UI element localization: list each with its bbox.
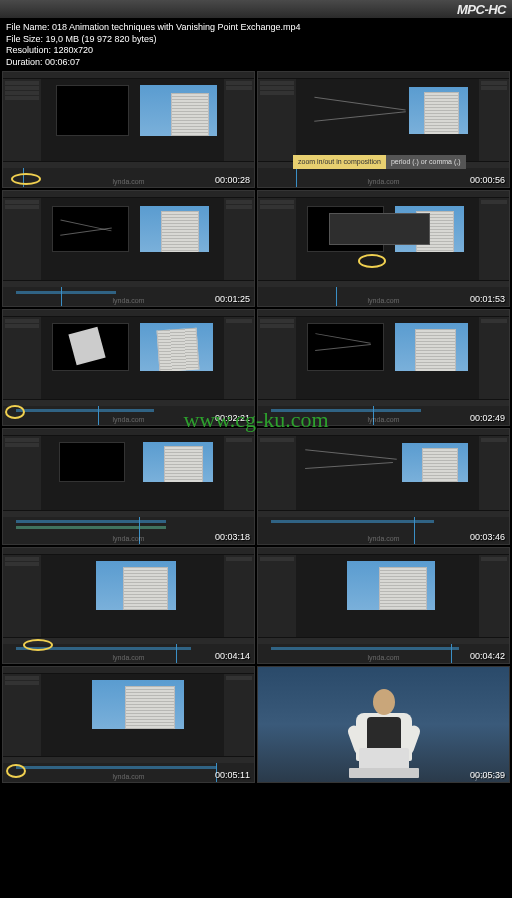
thumbnail-6[interactable]: lynda.com 00:02:49 [257,309,510,426]
timestamp: 00:01:53 [470,294,505,304]
source-tag: lynda.com [113,297,145,304]
timestamp: 00:05:39 [470,770,505,780]
resolution-value: 1280x720 [54,45,94,55]
timestamp: 00:04:42 [470,651,505,661]
thumbnail-10[interactable]: lynda.com 00:04:42 [257,547,510,664]
annotation-circle [6,764,26,778]
timestamp: 00:03:18 [215,532,250,542]
thumbnail-12[interactable]: lynda.com 00:05:39 [257,666,510,783]
thumbnail-11[interactable]: lynda.com 00:05:11 [2,666,255,783]
source-tag: lynda.com [113,416,145,423]
annotation-circle [358,254,386,268]
thumbnail-8[interactable]: lynda.com 00:03:46 [257,428,510,545]
timestamp: 00:00:28 [215,175,250,185]
source-tag: lynda.com [113,535,145,542]
source-tag: lynda.com [368,416,400,423]
annotation-circle [11,173,41,185]
laptop-icon [349,768,419,778]
dialog-panel [329,213,430,246]
player-logo: MPC-HC [457,2,506,17]
filename-label: File Name: [6,22,50,32]
source-tag: lynda.com [368,654,400,661]
thumbnail-7[interactable]: lynda.com 00:03:18 [2,428,255,545]
duration-value: 00:06:07 [45,57,80,67]
tooltip-action: zoom in/out in composition [293,155,386,169]
duration-label: Duration: [6,57,43,67]
source-tag: lynda.com [368,178,400,185]
timestamp: 00:00:56 [470,175,505,185]
source-tag: lynda.com [368,297,400,304]
keyboard-tooltip: zoom in/out in composition period (.) or… [293,155,466,169]
timestamp: 00:03:46 [470,532,505,542]
source-tag: lynda.com [368,535,400,542]
filesize-value: 19,0 MB (19 972 820 bytes) [46,34,157,44]
source-tag: lynda.com [113,773,145,780]
thumbnail-grid: lynda.com 00:00:28 zoom in/out in [0,71,512,783]
timestamp: 00:01:25 [215,294,250,304]
timestamp: 00:02:21 [215,413,250,423]
thumbnail-5[interactable]: lynda.com 00:02:21 [2,309,255,426]
thumbnail-2[interactable]: zoom in/out in composition period (.) or… [257,71,510,188]
file-info: File Name: 018 Animation techniques with… [0,18,512,71]
tooltip-keys: period (.) or comma (,) [386,155,466,169]
thumbnail-4[interactable]: lynda.com 00:01:53 [257,190,510,307]
annotation-circle [23,639,53,651]
source-tag: lynda.com [113,178,145,185]
thumbnail-3[interactable]: lynda.com 00:01:25 [2,190,255,307]
resolution-label: Resolution: [6,45,51,55]
thumbnail-9[interactable]: lynda.com 00:04:14 [2,547,255,664]
timestamp: 00:05:11 [215,770,250,780]
thumbnail-1[interactable]: lynda.com 00:00:28 [2,71,255,188]
timestamp: 00:02:49 [470,413,505,423]
timestamp: 00:04:14 [215,651,250,661]
filename-value: 018 Animation techniques with Vanishing … [52,22,301,32]
source-tag: lynda.com [113,654,145,661]
annotation-circle [5,405,25,419]
filesize-label: File Size: [6,34,43,44]
player-titlebar: MPC-HC [0,0,512,18]
